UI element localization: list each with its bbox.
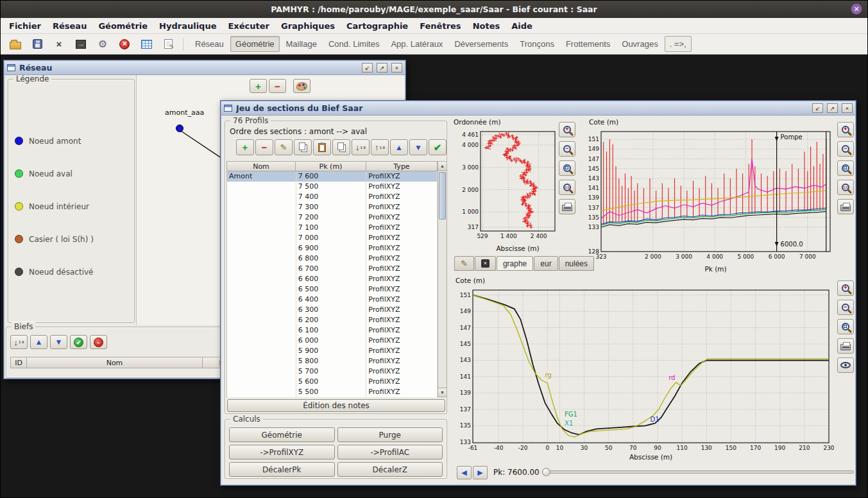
table-row[interactable]: 6 200ProfilXYZ xyxy=(227,315,438,325)
table-row[interactable]: 5 700ProfilXYZ xyxy=(227,366,438,377)
menu-cartographie[interactable]: Cartographie xyxy=(341,19,414,33)
biefs-disable-button[interactable]: − xyxy=(90,335,107,349)
previous-profile-button[interactable]: ◀ xyxy=(457,466,472,479)
profils-scrollbar[interactable]: ▲ ▼ xyxy=(438,161,447,397)
pk-slider-handle[interactable] xyxy=(542,468,550,476)
profils-move-down-button[interactable]: ▼ xyxy=(409,139,427,155)
cross-section-chart[interactable]: -61-40-200103050709011013015017019021023… xyxy=(454,275,834,463)
toolbar-export-button[interactable] xyxy=(72,36,89,53)
table-row[interactable]: 7 400ProfilXYZ xyxy=(227,192,438,202)
table-row[interactable]: 5 600ProfilXYZ xyxy=(227,377,438,387)
cross-zoom-out-button[interactable]: − xyxy=(837,300,854,315)
plan-view-chart[interactable]: 5291 4002 4004 4614 0003 0002 0001 00031… xyxy=(452,117,559,254)
menu-notes[interactable]: Notes xyxy=(467,19,506,33)
toolbar-close-button[interactable]: × xyxy=(51,36,67,53)
table-row[interactable]: 6 300ProfilXYZ xyxy=(227,305,438,315)
table-row[interactable]: 5 500ProfilXYZ xyxy=(227,387,438,397)
toolbar-frottements[interactable]: Frottements xyxy=(561,36,615,52)
profils-sort-desc-button[interactable]: ↓1 9 xyxy=(352,139,370,155)
plan-zoom-region-button[interactable] xyxy=(559,160,575,176)
profils-sort-asc-button[interactable]: ↑1 9 xyxy=(371,139,389,155)
calc-profilxyz-button[interactable]: ->ProfilXYZ xyxy=(229,445,335,459)
frame-close-icon[interactable]: × xyxy=(391,63,402,73)
canvas-add-button[interactable]: + xyxy=(250,79,267,93)
menu-executer[interactable]: Exécuter xyxy=(222,19,275,33)
toolbar-open-button[interactable] xyxy=(7,36,24,53)
biefs-column-nom[interactable]: Nom xyxy=(27,357,203,368)
biefs-move-up-button[interactable]: ▲ xyxy=(30,335,47,349)
pk-slider-track[interactable] xyxy=(542,470,854,474)
toolbar-reseau[interactable]: Réseau xyxy=(190,36,229,52)
menu-fichier[interactable]: Fichier xyxy=(3,19,47,33)
toolbar-table-button[interactable] xyxy=(138,36,155,53)
table-row[interactable]: 6 100ProfilXYZ xyxy=(227,325,438,336)
profils-remove-button[interactable]: − xyxy=(255,139,273,155)
calc-geometrie-button[interactable]: Géométrie xyxy=(229,427,335,442)
cross-chart-svg[interactable]: -61-40-200103050709011013015017019021023… xyxy=(454,275,834,463)
long-zoom-in-button[interactable]: + xyxy=(837,122,854,137)
long-chart-svg[interactable]: 3232 0003 0004 0005 0006 0007 0001511491… xyxy=(588,117,837,275)
profils-paste-button[interactable] xyxy=(313,139,331,155)
longitudinal-profile-chart[interactable]: 3232 0003 0004 0005 0006 0007 0001511491… xyxy=(588,117,837,275)
toolbar-ouvrages[interactable]: Ouvrages xyxy=(617,36,663,52)
table-row[interactable]: 6 500ProfilXYZ xyxy=(227,284,438,295)
tab-graphe[interactable]: graphe xyxy=(497,256,533,271)
long-print-button[interactable] xyxy=(837,199,854,214)
plan-zoom-orig-button[interactable]: 1:1 xyxy=(559,180,575,195)
table-row[interactable]: 6 700ProfilXYZ xyxy=(227,264,438,274)
menu-aide[interactable]: Aide xyxy=(506,19,538,33)
plan-zoom-out-button[interactable]: − xyxy=(559,141,575,157)
long-zoom-orig-button[interactable]: 1:1 xyxy=(837,180,854,195)
menu-geometrie[interactable]: Géométrie xyxy=(92,19,153,33)
cross-zoom-region-button[interactable] xyxy=(837,319,854,334)
frame-restore-icon[interactable]: ↙ xyxy=(362,63,373,73)
toolbar-stop-button[interactable] xyxy=(116,36,133,53)
menu-reseau[interactable]: Réseau xyxy=(47,19,92,33)
tab-eur[interactable]: eur xyxy=(534,256,557,271)
calc-decalerz-button[interactable]: DécalerZ xyxy=(337,462,443,477)
column-header-nom[interactable]: Nom xyxy=(226,161,296,171)
toolbar-maillage[interactable]: Maillage xyxy=(281,36,322,52)
scroll-down-icon[interactable]: ▼ xyxy=(438,388,447,397)
frame-restore-icon[interactable]: ↙ xyxy=(812,103,823,113)
toolbar-app-lateraux[interactable]: App. Latéraux xyxy=(386,36,448,52)
column-header-pk-m[interactable]: Pk (m) xyxy=(296,161,366,171)
reseau-window-titlebar[interactable]: Réseau ↙ ↗ × xyxy=(4,61,405,75)
profils-add-button[interactable]: + xyxy=(236,139,254,155)
toolbar-troncons[interactable]: Tronçons xyxy=(515,36,559,52)
cross-zoom-in-button[interactable]: + xyxy=(837,280,854,296)
table-row[interactable]: 6 900ProfilXYZ xyxy=(227,243,438,253)
frame-maximize-icon[interactable]: ↗ xyxy=(827,103,838,113)
next-profile-button[interactable]: ▶ xyxy=(473,466,488,479)
table-row[interactable]: 6 000ProfilXYZ xyxy=(227,336,438,346)
biefs-column-id[interactable]: ID xyxy=(10,357,27,368)
edit-notes-button[interactable]: Édition des notes xyxy=(227,399,445,412)
canvas-palette-button[interactable] xyxy=(293,79,311,93)
table-row[interactable]: 7 100ProfilXYZ xyxy=(227,223,438,233)
calc-decalerpk-button[interactable]: DécalerPk xyxy=(229,462,335,477)
toolbar-geometrie[interactable]: Géométrie xyxy=(230,36,280,52)
biefs-sort-button[interactable]: ↓1 9 xyxy=(10,335,28,349)
tab-clear-icon[interactable]: × xyxy=(475,256,496,271)
window-close-button[interactable]: ✕ xyxy=(851,3,862,15)
toolbar-cond-limites[interactable]: Cond. Limites xyxy=(323,36,384,52)
plan-zoom-in-button[interactable]: + xyxy=(559,122,575,137)
table-row[interactable]: 6 600ProfilXYZ xyxy=(227,274,438,284)
scroll-up-icon[interactable]: ▲ xyxy=(438,162,447,171)
profils-edit-button[interactable]: ✎ xyxy=(275,139,293,155)
table-row[interactable]: Amont7 600ProfilXYZ xyxy=(227,171,438,182)
profils-stack-button[interactable] xyxy=(332,139,350,155)
table-row[interactable]: 5 800ProfilXYZ xyxy=(227,356,438,366)
cross-eye-button[interactable] xyxy=(837,357,854,373)
table-row[interactable]: 7 000ProfilXYZ xyxy=(227,233,438,243)
long-zoom-region-button[interactable] xyxy=(837,160,854,176)
toolbar-save-button[interactable] xyxy=(29,36,46,53)
toolbar-settings-button[interactable]: ⚙ xyxy=(94,36,111,53)
tab-edit-icon[interactable]: ✎ xyxy=(454,256,474,271)
plan-print-button[interactable] xyxy=(559,199,575,214)
calc-purge-button[interactable]: Purge xyxy=(337,427,443,442)
calc-profilac-button[interactable]: ->ProfilAC xyxy=(337,445,443,459)
long-zoom-out-button[interactable]: − xyxy=(837,141,854,157)
frame-close-icon[interactable]: × xyxy=(842,103,853,113)
profils-move-up-button[interactable]: ▲ xyxy=(390,139,408,155)
